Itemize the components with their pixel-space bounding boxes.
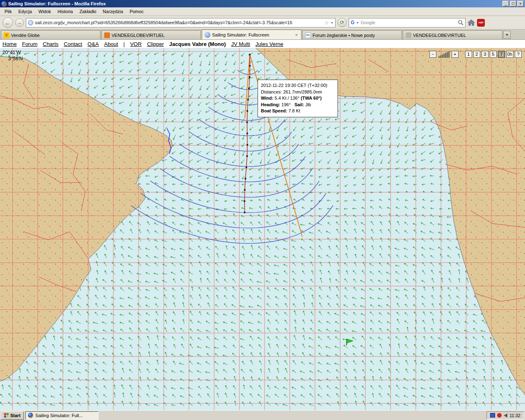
cursor-coordinates: 20°41'W 3°56'N [2,50,23,62]
search-input[interactable]: Google [361,20,456,25]
tab-vendee-globe[interactable]: V Vendée Globe [1,30,100,39]
tab-label: Sailing Simulator: Fullscreen [212,32,293,37]
tab-vendeeglobevirtuel-2[interactable]: VENDEEGLOBEVIRTUEL [403,30,502,39]
tab-bar: V Vendée Globe VENDEEGLOBEVIRTUEL Sailin… [0,30,525,40]
window-title: Sailing Simulator: Fullscreen - Mozilla … [8,1,502,6]
forecast-1-day-button[interactable]: 1 [465,51,472,58]
tab-forum-zeglarskie[interactable]: Fz Forum żeglarskie • Nowe posty [302,30,402,39]
nav-about[interactable]: About [104,41,118,47]
reload-button[interactable]: ⟳ [338,18,347,27]
distances-value: 261.7nm/2885.0nm [283,89,322,94]
sailing-chart[interactable]: 20°41'W 3°56'N − + 1 2 3 5 7 0h ? 2012-1… [0,48,525,410]
adblock-icon[interactable]: ABP [477,19,485,27]
nav-home[interactable]: Home [2,41,17,47]
forecast-3-days-button[interactable]: 3 [482,51,488,58]
search-engine-icon[interactable]: G [351,20,354,25]
tab-favicon-icon: V [4,32,9,38]
url-text[interactable]: sail.zezo.org/jv_mono/chart.pl?sid=65352… [35,20,322,25]
zoom-out-button[interactable]: − [429,51,436,58]
taskbar-item-firefox[interactable]: Sailing Simulator: Full... [25,411,98,420]
heading-value: 196° [281,102,291,107]
nav-contact[interactable]: Contact [64,41,82,47]
tab-label: VENDEEGLOBEVIRTUEL [413,33,500,38]
sail-label: Sail: [294,102,304,107]
security-icon[interactable] [497,413,502,418]
url-dropdown-icon[interactable]: ▼ [331,21,333,24]
taskbar-item-label: Sailing Simulator: Full... [35,413,83,418]
desktop: Sailing Simulator: Fullscreen - Mozilla … [0,0,525,420]
tab-favicon-icon [205,32,210,38]
nav-separator: | [123,41,125,47]
nav-forum[interactable]: Forum [22,41,38,47]
nav-clipper[interactable]: Clipper [147,41,164,47]
heading-label: Heading: [261,102,280,107]
home-button[interactable] [468,19,475,26]
firefox-icon [28,413,33,418]
tooltip-distances: Distances: 261.7nm/2885.0nm [261,89,335,96]
url-bar[interactable]: sail.zezo.org/jv_mono/chart.pl?sid=65352… [26,18,336,27]
nav-qa[interactable]: Q&A [87,41,98,47]
back-button[interactable]: ← [2,17,13,28]
sail-value: Jib [305,102,311,107]
menu-edycja[interactable]: Edycja [16,8,35,15]
new-tab-button[interactable]: + [503,31,511,39]
wind-label: Wind: [261,96,273,100]
menu-pomoc[interactable]: Pomoc [127,8,146,15]
latitude-label: 3°56'N [8,56,23,62]
taskbar-clock: 11:32 [509,413,520,418]
start-button[interactable]: Start [1,411,24,420]
system-tray: 11:32 [486,411,524,420]
menu-bar: Plik Edycja Widok Historia Zakładki Narz… [0,7,525,16]
start-label: Start [10,413,21,418]
search-go-icon[interactable] [458,20,463,25]
navigation-toolbar: ← → sail.zezo.org/jv_mono/chart.pl?sid=6… [0,16,525,30]
network-icon[interactable] [490,413,495,418]
site-favicon-icon [28,20,33,25]
forecast-2-days-button[interactable]: 2 [473,51,480,58]
tab-label: VENDEEGLOBEVIRTUEL [112,33,198,38]
route-tooltip: 2012-11-22 19:30 CET (T+32:00) Distances… [258,80,338,117]
boat-speed-label: Boat Speed: [261,108,287,113]
nav-vor[interactable]: VOR [130,41,142,47]
menu-zakladki[interactable]: Zakładki [77,8,99,15]
menu-historia[interactable]: Historia [55,8,75,15]
volume-icon[interactable] [504,413,507,418]
windows-logo-icon [4,413,9,418]
titlebar[interactable]: Sailing Simulator: Fullscreen - Mozilla … [0,0,525,7]
help-button[interactable]: ? [515,51,522,58]
search-bar[interactable]: G ▼ Google [349,18,466,27]
bookmark-star-icon[interactable]: ☆ [324,20,329,26]
tab-favicon-icon: Fz [305,32,311,38]
boat-speed-value: 7.8 Kt [288,108,300,113]
tab-close-icon[interactable]: × [294,32,299,37]
longitude-label: 20°41'W [2,50,23,56]
tab-vendeeglobevirtuel-1[interactable]: VENDEEGLOBEVIRTUEL [101,30,201,39]
nav-jv-multi[interactable]: JV Multi [231,41,250,47]
tooltip-datetime: 2012-11-22 19:30 CET (T+32:00) [261,82,335,89]
maximize-button[interactable]: □ [510,1,516,7]
distances-label: Distances: [261,89,282,94]
nav-jacques-vabre-current: Jacques Vabre (Mono) [169,41,226,47]
forecast-7-days-button[interactable]: 7 [498,51,505,58]
forecast-5-days-button[interactable]: 5 [490,51,497,58]
zoom-level-indicator [438,51,450,58]
wind-time-button[interactable]: 0h [506,51,514,58]
tab-label: Forum żeglarskie • Nowe posty [313,33,399,38]
taskbar: Start Sailing Simulator: Full... 11:32 [0,410,525,420]
minimize-button[interactable]: _ [502,1,509,7]
firefox-icon [1,1,7,7]
tab-favicon-icon [104,32,110,38]
menu-widok[interactable]: Widok [36,8,54,15]
flag-marker[interactable] [347,339,353,345]
close-button[interactable]: × [517,1,524,7]
nav-charts[interactable]: Charts [43,41,58,47]
tab-sailing-simulator[interactable]: Sailing Simulator: Fullscreen × [202,30,301,39]
tooltip-heading-sail: Heading:196° Sail:Jib [261,102,335,108]
forward-button[interactable]: → [15,18,24,27]
search-dropdown-icon[interactable]: ▼ [356,21,359,24]
zoom-in-button[interactable]: + [452,51,459,58]
menu-narzedzia[interactable]: Narzędzia [100,8,126,15]
nav-jules-verne[interactable]: Jules Verne [256,41,283,47]
map-controls: − + 1 2 3 5 7 0h ? [429,51,522,58]
menu-plik[interactable]: Plik [2,8,15,15]
